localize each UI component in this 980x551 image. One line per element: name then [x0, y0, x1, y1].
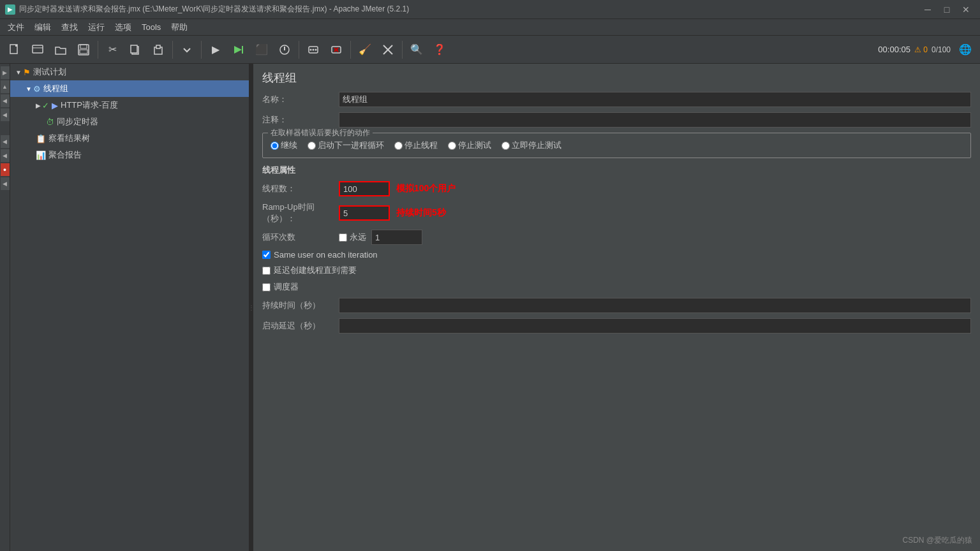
side-btn-2[interactable]: ▲: [1, 80, 10, 93]
svg-rect-5: [80, 50, 87, 54]
sidebar-label-result-tree: 察看结果树: [48, 133, 90, 144]
delay-creation-checkbox[interactable]: [262, 267, 271, 275]
content-panel: 线程组 名称： 注释： 在取样器错误后要执行的动作 继续 启动下一进程循环: [253, 64, 980, 551]
tree-arrow-test-plan: ▼: [15, 69, 22, 76]
name-label: 名称：: [262, 94, 339, 105]
rampup-input[interactable]: [339, 205, 390, 221]
radio-stop-now[interactable]: 立即停止测试: [501, 140, 561, 151]
separator-3: [201, 41, 202, 59]
radio-stop-thread-input[interactable]: [394, 142, 403, 150]
same-user-label[interactable]: Same user on each iteration: [274, 250, 378, 260]
remote-start-button[interactable]: [302, 39, 324, 61]
remote-stop-button[interactable]: [325, 39, 347, 61]
side-btn-7[interactable]: ◀: [1, 177, 10, 190]
loop-input[interactable]: [371, 230, 422, 245]
side-btn-6[interactable]: ◀: [1, 149, 10, 162]
stop-button[interactable]: ⬛: [251, 39, 272, 61]
threads-input[interactable]: [339, 181, 390, 196]
sidebar-item-result-tree[interactable]: 📋 察看结果树: [10, 130, 249, 147]
radio-stop-thread[interactable]: 停止线程: [394, 140, 438, 151]
comment-input[interactable]: [339, 112, 971, 128]
window-title: 同步定时器发送请求和聚会报告.jmx (E:\JMeter_WorK\同步定时器…: [19, 4, 919, 15]
duration-row: 持续时间（秒）: [262, 298, 971, 313]
delay-creation-label[interactable]: 延迟创建线程直到需要: [274, 265, 357, 276]
copy-button[interactable]: [124, 39, 146, 61]
svg-rect-9: [156, 45, 160, 48]
globe-button[interactable]: 🌐: [954, 39, 976, 61]
new-button[interactable]: [4, 39, 26, 61]
duration-label: 持续时间（秒）: [262, 300, 339, 311]
duration-input[interactable]: [339, 298, 971, 313]
close-button[interactable]: ✕: [957, 3, 975, 17]
rampup-row: Ramp-Up时间（秒）： 持续时间5秒: [262, 202, 971, 224]
main-layout: ▶ ▲ ◀ ◀ ◀ ◀ ● ◀ ▼ ⚑ 测试计划 ▼ ⚙ 线程组 ▶ ✓ ▶ H…: [0, 64, 980, 551]
radio-stop-now-input[interactable]: [501, 142, 510, 150]
start-no-pause-button[interactable]: [228, 39, 249, 61]
side-btn-5[interactable]: ◀: [1, 135, 10, 148]
loop-forever-checkbox[interactable]: [339, 233, 347, 242]
side-btn-3[interactable]: ◀: [1, 94, 10, 107]
app-icon: ▶: [5, 4, 15, 15]
svg-rect-7: [131, 45, 137, 53]
expand-button[interactable]: [176, 39, 198, 61]
scheduler-checkbox[interactable]: [262, 283, 271, 291]
side-btn-1[interactable]: ▶: [1, 66, 10, 79]
radio-next-loop-input[interactable]: [308, 142, 316, 150]
svg-point-15: [310, 48, 312, 50]
menu-find[interactable]: 查找: [56, 20, 83, 35]
cut-button[interactable]: ✂: [101, 39, 123, 61]
toolbar: ✂ ▶ ⬛ 🧹 🔍 ❓ 00:00:05 ⚠ 0 0/1: [0, 36, 980, 64]
thread-props-section: 线程属性 线程数： 模拟100个用户 Ramp-Up时间（秒）： 持续时间5秒 …: [262, 165, 971, 334]
radio-continue-input[interactable]: [271, 142, 279, 150]
menu-help[interactable]: 帮助: [166, 20, 193, 35]
radio-next-loop[interactable]: 启动下一进程循环: [308, 140, 384, 151]
save-button[interactable]: [73, 39, 94, 61]
start-delay-label: 启动延迟（秒）: [262, 320, 339, 332]
menu-options[interactable]: 选项: [110, 20, 137, 35]
delay-creation-row: 延迟创建线程直到需要: [262, 265, 971, 276]
name-input[interactable]: [339, 92, 971, 107]
loop-label: 循环次数: [262, 231, 339, 243]
sidebar: ▼ ⚑ 测试计划 ▼ ⚙ 线程组 ▶ ✓ ▶ HTTP请求-百度 ⏱ 同步定时器: [10, 64, 249, 551]
sidebar-label-http-request: HTTP请求-百度: [61, 99, 118, 111]
help-button[interactable]: ❓: [429, 39, 450, 61]
title-bar: ▶ 同步定时器发送请求和聚会报告.jmx (E:\JMeter_WorK\同步定…: [0, 0, 980, 19]
open-button[interactable]: [50, 39, 71, 61]
radio-stop-test[interactable]: 停止测试: [448, 140, 491, 151]
error-radio-group: 继续 启动下一进程循环 停止线程 停止测试 立即停止测试: [271, 140, 963, 151]
menu-edit[interactable]: 编辑: [29, 20, 56, 35]
clear-all-button[interactable]: [377, 39, 399, 61]
menu-run[interactable]: 运行: [83, 20, 110, 35]
paste-button[interactable]: [147, 39, 169, 61]
svg-rect-4: [80, 45, 87, 48]
shutdown-button[interactable]: [274, 39, 295, 61]
separator-4: [299, 41, 299, 59]
window-controls: ─ □ ✕: [919, 3, 975, 17]
clear-button[interactable]: 🧹: [354, 39, 376, 61]
menu-tools[interactable]: Tools: [137, 20, 166, 34]
sidebar-item-aggregate[interactable]: 📊 聚合报告: [10, 147, 249, 163]
sidebar-item-http-request[interactable]: ▶ ✓ ▶ HTTP请求-百度: [10, 97, 249, 114]
radio-next-loop-label: 启动下一进程循环: [318, 140, 384, 151]
comment-label: 注释：: [262, 114, 339, 126]
maximize-button[interactable]: □: [938, 3, 956, 17]
sidebar-item-thread-group[interactable]: ▼ ⚙ 线程组: [10, 80, 249, 97]
radio-stop-test-input[interactable]: [448, 142, 456, 150]
side-btn-red[interactable]: ●: [1, 163, 10, 176]
threads-label: 线程数：: [262, 183, 339, 195]
start-delay-input[interactable]: [339, 318, 971, 334]
minimize-button[interactable]: ─: [919, 3, 937, 17]
scheduler-label[interactable]: 调度器: [274, 281, 299, 293]
templates-button[interactable]: [27, 39, 48, 61]
start-button[interactable]: ▶: [205, 39, 226, 61]
radio-continue-label: 继续: [281, 140, 297, 151]
same-user-checkbox[interactable]: [262, 251, 271, 259]
sidebar-item-sync-timer[interactable]: ⏱ 同步定时器: [10, 114, 249, 130]
sidebar-item-test-plan[interactable]: ▼ ⚑ 测试计划: [10, 64, 249, 80]
radio-continue[interactable]: 继续: [271, 140, 297, 151]
menu-file[interactable]: 文件: [3, 20, 29, 35]
svg-point-17: [315, 48, 317, 50]
error-section-legend: 在取样器错误后要执行的动作: [268, 128, 373, 138]
side-btn-4[interactable]: ◀: [1, 108, 10, 121]
search-button[interactable]: 🔍: [406, 39, 427, 61]
